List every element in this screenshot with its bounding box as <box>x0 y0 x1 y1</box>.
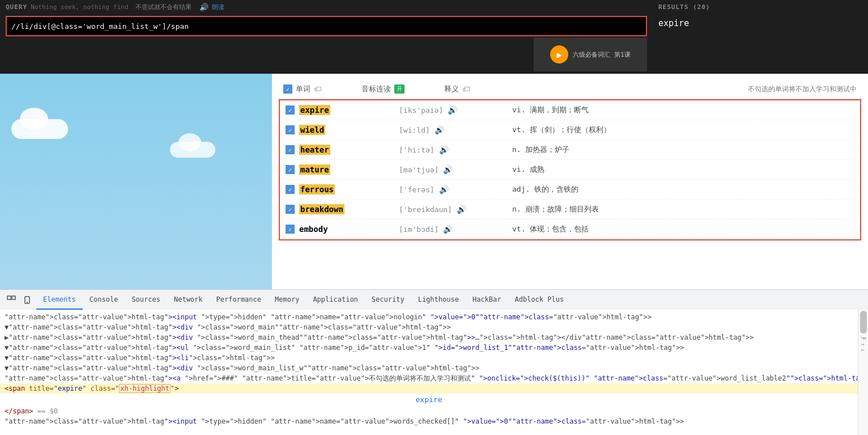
svg-rect-1 <box>12 296 15 299</box>
word-cell: ✓ embody <box>286 225 399 234</box>
word-row: ✓ mature [mə'tjuə] 🔊 vi. 成熟 <box>280 160 860 180</box>
devtools-bar: ElementsConsoleSourcesNetworkPerformance… <box>0 289 868 310</box>
definition-tag-icon: 🏷 <box>462 85 470 94</box>
word-list-table: ✓ expire [iks'paiə] 🔊 vi. 满期，到期；断气 ✓ wie… <box>279 99 861 240</box>
devtools-main: "attr-name">class="attr-value">html-tag"… <box>0 310 858 435</box>
word-checkbox[interactable]: ✓ <box>286 205 295 214</box>
devtools-tab-security[interactable]: Security <box>365 290 411 310</box>
code-line: <span title="expire" class="xh-highlight… <box>0 383 858 394</box>
word-row: ✓ heater ['hi:tə] 🔊 n. 加热器；炉子 <box>280 140 860 160</box>
word-cell: ✓ ferrous <box>286 184 399 195</box>
word-cell: ✓ heater <box>286 145 399 155</box>
devtools-tab-memory[interactable]: Memory <box>268 290 306 310</box>
code-line: ▼"attr-name">class="attr-value">html-tag… <box>0 363 858 373</box>
devtools-tab-console[interactable]: Console <box>83 290 125 310</box>
code-line: ▶"attr-name">class="attr-value">html-tag… <box>0 332 858 343</box>
definition-cell: vi. 成熟 <box>512 164 854 175</box>
phonetic-cell: ['ferəs] 🔊 <box>399 185 512 194</box>
code-line: ▼"attr-name">class="attr-value">html-tag… <box>0 353 858 363</box>
definition-cell: n. 加热器；炉子 <box>512 145 854 155</box>
device-icon[interactable] <box>20 293 34 307</box>
speaker-icon[interactable]: 🔊 <box>435 125 444 134</box>
word-row: ✓ wield [wi:ld] 🔊 vt. 挥（剑）；行使（权利） <box>280 120 860 140</box>
speaker-icon[interactable]: 🔊 <box>443 225 453 234</box>
header-checkbox[interactable]: ✓ <box>283 85 292 94</box>
phonetic-text: ['ferəs] <box>399 185 435 194</box>
devtools-tab-network[interactable]: Network <box>167 290 210 310</box>
devtools-sidebar: F ↑ ↓ <box>858 310 868 435</box>
inspect-icon[interactable] <box>5 293 18 307</box>
devtools-content: "attr-name">class="attr-value">html-tag"… <box>0 310 868 435</box>
definition-cell: vi. 满期，到期；断气 <box>512 105 854 115</box>
xpath-value: //li/div[@class='word_main_list_w']/span <box>11 22 189 31</box>
code-line: ▼"attr-name">class="attr-value">html-tag… <box>0 343 858 353</box>
tts-label: 朗读 <box>212 3 224 11</box>
definition-text: n. 加热器；炉子 <box>512 145 569 154</box>
svg-point-3 <box>27 302 28 303</box>
word-checkbox[interactable]: ✓ <box>286 225 295 234</box>
speaker-icon[interactable]: 🔊 <box>439 145 449 154</box>
query-hint-chinese: 不尝试就不会有结果 <box>131 3 192 11</box>
phonetic-text: [iks'paiə] <box>399 106 443 115</box>
tts-icon[interactable]: 🔊 <box>199 3 209 11</box>
word-text: expire <box>299 105 330 115</box>
word-cell: ✓ expire <box>286 105 399 115</box>
definition-text: vi. 满期，到期；断气 <box>512 105 589 114</box>
phonetic-cell: ['hi:tə] 🔊 <box>399 145 512 154</box>
word-checkbox[interactable]: ✓ <box>286 125 295 134</box>
word-row: ✓ breakdown ['breikdaun] 🔊 n. 崩溃；故障；细目列表 <box>280 200 860 219</box>
devtools-tab-sources[interactable]: Sources <box>125 290 167 310</box>
query-hint: Nothing seek, nothing find <box>31 3 128 11</box>
word-cell: ✓ breakdown <box>286 204 399 214</box>
code-line: "attr-name">class="attr-value">html-tag"… <box>0 416 858 426</box>
phonetic-badge[interactable]: 开 <box>394 85 405 94</box>
definition-text: vi. 成熟 <box>512 165 544 174</box>
word-text: embody <box>299 225 328 234</box>
code-line: expire <box>0 394 858 406</box>
phonetic-text: [im'bɔdi] <box>399 225 439 234</box>
definition-text: n. 崩溃；故障；细目列表 <box>512 205 599 213</box>
word-checkbox[interactable]: ✓ <box>286 145 295 154</box>
code-line: "attr-name">class="attr-value">html-tag"… <box>0 312 858 322</box>
devtools-tab-adblock-plus[interactable]: Adblock Plus <box>508 290 571 310</box>
code-line: </span> == $0 <box>0 406 858 416</box>
word-checkbox[interactable]: ✓ <box>286 105 295 115</box>
definition-cell: vt. 体现；包含，包括 <box>512 224 854 234</box>
speaker-icon[interactable]: 🔊 <box>448 105 457 115</box>
word-checkbox[interactable]: ✓ <box>286 165 295 174</box>
word-text: mature <box>299 164 330 175</box>
phonetic-cell: [im'bɔdi] 🔊 <box>399 225 512 234</box>
scrollbar-thumb[interactable] <box>860 311 867 333</box>
devtools-tab-elements[interactable]: Elements <box>36 290 83 310</box>
phonetic-text: [wi:ld] <box>399 126 430 134</box>
phonetic-cell: [wi:ld] 🔊 <box>399 125 512 134</box>
phonetic-cell: ['breikdaun] 🔊 <box>399 205 512 214</box>
phonetic-column-label: 音标连读 <box>361 84 391 94</box>
devtools-tab-hackbar[interactable]: HackBar <box>466 290 508 310</box>
word-checkbox[interactable]: ✓ <box>286 185 295 194</box>
website-content: ✓ 单词 🏷 音标连读 开 释义 🏷 不勾选的单词将不加入学习和测试中 ✓ ex… <box>272 74 868 289</box>
word-list-header: ✓ 单词 🏷 音标连读 开 释义 🏷 不勾选的单词将不加入学习和测试中 <box>278 79 862 99</box>
word-text: wield <box>299 125 325 135</box>
word-column-label: 单词 <box>296 84 310 94</box>
phonetic-text: ['breikdaun] <box>399 205 452 214</box>
svg-rect-0 <box>7 296 11 299</box>
phonetic-cell: [mə'tjuə] 🔊 <box>399 165 512 174</box>
query-input[interactable]: //li/div[@class='word_main_list_w']/span <box>6 16 647 36</box>
word-row: ✓ expire [iks'paiə] 🔊 vi. 满期，到期；断气 <box>280 100 860 120</box>
speaker-icon[interactable]: 🔊 <box>443 165 453 174</box>
word-cell: ✓ wield <box>286 125 399 135</box>
definition-column-label: 释义 <box>444 84 459 94</box>
code-line: ▼"attr-name">class="attr-value">html-tag… <box>0 322 858 332</box>
devtools-tab-performance[interactable]: Performance <box>210 290 268 310</box>
first-result: expire <box>658 18 689 28</box>
definition-text: vt. 体现；包含，包括 <box>512 225 589 233</box>
devtools-tab-application[interactable]: Application <box>306 290 364 310</box>
word-text: ferrous <box>299 184 335 195</box>
speaker-icon[interactable]: 🔊 <box>457 205 466 214</box>
speaker-icon[interactable]: 🔊 <box>439 185 449 194</box>
word-cell: ✓ mature <box>286 164 399 175</box>
results-content: expire <box>653 14 868 33</box>
devtools-tab-lighthouse[interactable]: Lighthouse <box>411 290 466 310</box>
word-text: breakdown <box>299 204 344 214</box>
